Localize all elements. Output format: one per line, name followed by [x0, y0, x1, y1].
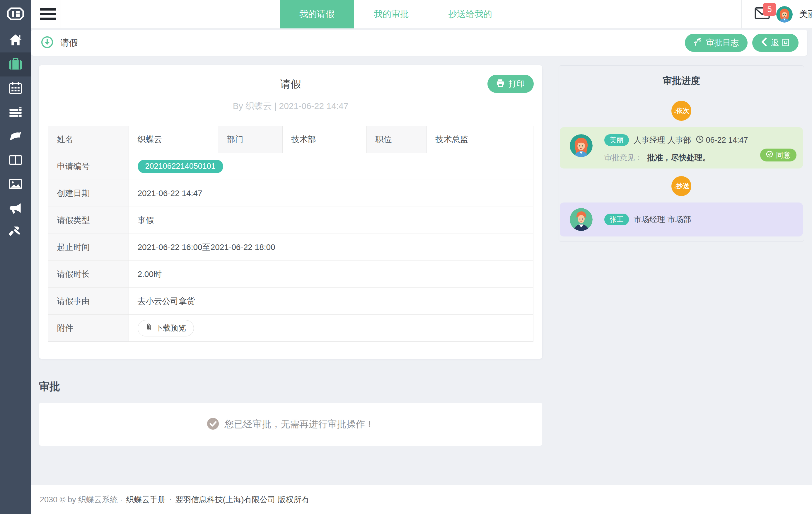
tab-bar: 我的请假 我的审批 抄送给我的 — [280, 0, 512, 28]
calendar-icon — [9, 82, 22, 95]
topbar-divider — [61, 0, 61, 28]
topbar-user-area: 5 美丽 — [742, 0, 812, 28]
topbar: 我的请假 我的审批 抄送给我的 5 — [31, 0, 812, 28]
card-byline: By 织蝶云 | 2021-06-22 14:47 — [39, 100, 542, 112]
cell-label: 创建日期 — [48, 180, 128, 207]
sidebar-item-announcements[interactable] — [0, 197, 31, 221]
clock-icon — [696, 135, 704, 145]
cell-value: 技术部 — [282, 126, 367, 153]
footer-separator: · — [169, 495, 172, 504]
sidebar-item-gallery[interactable] — [0, 173, 31, 197]
printer-icon — [496, 79, 504, 89]
cell-value: 2.00时 — [128, 261, 533, 288]
cell-label: 请假事由 — [48, 288, 128, 315]
back-button[interactable]: 返 回 — [752, 34, 799, 52]
table-row: 请假类型 事假 — [48, 207, 533, 234]
cell-value: 下载预览 — [128, 315, 533, 342]
company-text: 翌羽信息科技(上海)有限公司 版权所有 — [175, 494, 309, 505]
sidebar-item-calendar[interactable] — [0, 77, 31, 101]
leave-info-table: 姓名 织蝶云 部门 技术部 职位 技术总监 申请编号 2021062214050… — [48, 126, 533, 342]
progress-title: 审批进度 — [559, 75, 804, 87]
cell-label: 姓名 — [48, 126, 128, 153]
table-row: 起止时间 2021-06-22 16:00至2021-06-22 18:00 — [48, 234, 533, 261]
sidebar — [0, 0, 31, 514]
mail-button[interactable]: 5 — [755, 7, 770, 22]
table-row: 请假事由 去小云公司拿货 — [48, 288, 533, 315]
cell-value: 事假 — [128, 207, 533, 234]
cell-value: 去小云公司拿货 — [128, 288, 533, 315]
approval-progress-panel: 审批进度 ↓ 依次 美丽 人事经 — [559, 65, 804, 242]
cell-label: 起止时间 — [48, 234, 128, 261]
mail-count-badge: 5 — [763, 3, 776, 16]
approval-time: 06-22 14:47 — [696, 135, 748, 145]
cc-avatar — [570, 208, 592, 231]
book-icon — [9, 131, 22, 142]
step-badge-cc: ↓ 抄送 — [671, 176, 691, 196]
page-header: 请假 审批日志 返 回 — [31, 30, 807, 56]
cell-value: 2021-06-22 16:00至2021-06-22 18:00 — [128, 234, 533, 261]
cc-role: 市场经理 市场部 — [634, 214, 691, 225]
print-button[interactable]: 打印 — [487, 75, 534, 93]
cell-label: 附件 — [48, 315, 128, 342]
approval-log-button[interactable]: 审批日志 — [685, 34, 748, 52]
approval-status-message: 您已经审批，无需再进行审批操作！ — [224, 418, 374, 431]
chevron-left-icon — [761, 37, 767, 48]
hamburger-menu-icon[interactable] — [40, 8, 56, 20]
step-badge-sequential: ↓ 依次 — [671, 101, 691, 121]
table-row: 请假时长 2.00时 — [48, 261, 533, 288]
approval-section-heading: 审批 — [39, 379, 60, 394]
opinion-text: 批准，尽快处理。 — [647, 152, 710, 163]
cc-name-badge: 张工 — [604, 213, 629, 225]
tab-my-leave[interactable]: 我的请假 — [280, 0, 354, 28]
cell-value: 技术总监 — [427, 126, 533, 153]
server-icon — [9, 107, 22, 118]
check-circle-icon — [207, 418, 219, 431]
approval-status-card: 您已经审批，无需再进行审批操作！ — [39, 403, 542, 446]
download-preview-button[interactable]: 下载预览 — [138, 320, 194, 336]
agree-badge: 同意 — [760, 149, 796, 162]
card-title: 请假 — [39, 65, 542, 91]
tab-cc-to-me[interactable]: 抄送给我的 — [429, 0, 512, 28]
copyright-text: 2030 © by 织蝶云系统 · — [40, 494, 122, 505]
cell-value: 2021-06-22 14:47 — [128, 180, 533, 207]
user-name[interactable]: 美丽 — [799, 8, 812, 20]
leave-detail-card: 打印 请假 By 织蝶云 | 2021-06-22 14:47 姓名 织蝶云 部… — [39, 65, 542, 359]
table-row: 姓名 织蝶云 部门 技术部 职位 技术总监 — [48, 126, 533, 153]
manual-link[interactable]: 织蝶云手册 — [126, 494, 166, 505]
check-circle-outline-icon — [766, 151, 773, 160]
cell-label: 申请编号 — [48, 153, 128, 180]
approver-name-badge: 美丽 — [604, 134, 629, 146]
table-row: 创建日期 2021-06-22 14:47 — [48, 180, 533, 207]
columns-icon — [9, 155, 22, 166]
briefcase-icon — [9, 58, 22, 71]
footer: 2030 © by 织蝶云系统 · 织蝶云手册 · 翌羽信息科技(上海)有限公司… — [31, 485, 812, 514]
page-title: 请假 — [60, 37, 78, 49]
approver-avatar — [570, 134, 592, 157]
tab-my-approvals[interactable]: 我的审批 — [354, 0, 429, 28]
sidebar-item-docs[interactable] — [0, 124, 31, 149]
opinion-label: 审批意见： — [604, 153, 642, 163]
image-icon — [9, 179, 22, 190]
paperclip-icon — [146, 323, 152, 333]
app-logo[interactable] — [0, 0, 31, 28]
home-icon — [9, 34, 22, 47]
cc-card: 张工 市场经理 市场部 — [560, 202, 803, 236]
cell-label: 部门 — [218, 126, 282, 153]
sidebar-item-home[interactable] — [0, 28, 31, 53]
cell-label: 请假时长 — [48, 261, 128, 288]
table-row: 附件 下载预览 — [48, 315, 533, 342]
cell-value: 2021062214050101 — [128, 153, 533, 180]
sidebar-item-leave[interactable] — [0, 53, 31, 77]
circle-arrow-down-icon — [41, 36, 53, 50]
sidebar-item-audit[interactable] — [0, 221, 31, 245]
envelope-icon — [755, 15, 770, 20]
logo-icon — [6, 6, 25, 22]
gavel-icon — [9, 227, 22, 239]
cell-label: 请假类型 — [48, 207, 128, 234]
approver-card: 美丽 人事经理 人事部 06-22 14:47 审批意见： 批准，尽快处理。 — [560, 127, 803, 169]
application-number-badge: 2021062214050101 — [138, 160, 223, 173]
sidebar-item-board[interactable] — [0, 149, 31, 173]
sidebar-item-tasks[interactable] — [0, 101, 31, 124]
user-avatar[interactable] — [776, 6, 793, 23]
bullhorn-icon — [9, 202, 22, 215]
